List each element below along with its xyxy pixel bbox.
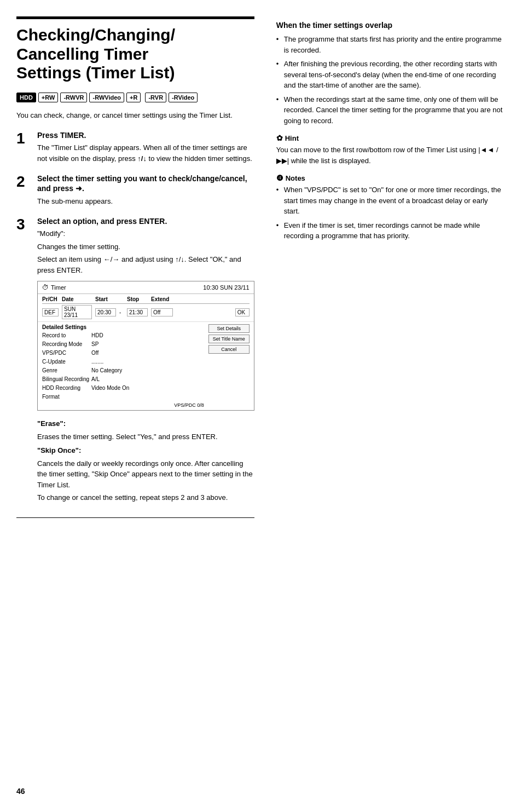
badge-rwvideo: -RWVideo: [89, 93, 124, 102]
timer-header-label: Timer: [51, 284, 66, 291]
ds-row-3: C-Update ........: [42, 358, 204, 366]
step-2-title: Select the timer setting you want to che…: [37, 174, 254, 193]
overlap-heading: When the timer settings overlap: [276, 21, 506, 30]
notes-bullet-0: When "VPS/PDC" is set to "On" for one or…: [276, 185, 506, 217]
set-details-button[interactable]: Set Details: [208, 324, 250, 333]
badge-rvr: -RVR: [145, 93, 166, 102]
ds-value-0: HDD: [91, 331, 204, 340]
step-2-number: 2: [16, 174, 33, 191]
notes-title: ❹ Notes: [276, 174, 506, 182]
hint-text: You can move to the first row/bottom row…: [276, 145, 506, 166]
ds-row-2: VPS/PDC Off: [42, 349, 204, 358]
ds-value-3: ........: [91, 358, 204, 366]
timer-header-right: 10:30 SUN 23/11: [203, 284, 249, 291]
ds-vpspdc: VPS/PDC 0/8: [42, 401, 204, 408]
timer-cell-prch: DEF: [42, 308, 59, 316]
step-3-body: "Modify": Changes the timer setting. Sel…: [37, 228, 254, 275]
overlap-bullet-1: After finishing the previous recording, …: [276, 59, 506, 91]
hint-section: ✿ Hint You can move to the first row/bot…: [276, 134, 506, 166]
col-header-prch: Pr/CH: [42, 296, 59, 302]
col-header-ok: [235, 296, 250, 302]
badge-hdd: HDD: [16, 93, 36, 102]
step-2-body: The sub-menu appears.: [37, 196, 254, 207]
ds-row-1: Recording Mode SP: [42, 340, 204, 349]
step-1-body: The "Timer List" display appears. When a…: [37, 142, 254, 164]
timer-table-area: Pr/CH Date Start Stop Extend DEF: [38, 294, 254, 322]
notes-list: When "VPS/PDC" is set to "On" for one or…: [276, 185, 506, 241]
intro-text: You can check, change, or cancel timer s…: [16, 110, 254, 121]
ds-label-2: VPS/PDC: [42, 349, 91, 358]
ds-row-5: Bilingual Recording A/L: [42, 375, 204, 384]
timer-sep: -: [119, 309, 124, 315]
notes-bullet-1: Even if the timer is set, timer recordin…: [276, 220, 506, 241]
hint-title: ✿ Hint: [276, 134, 506, 142]
timer-columns: Pr/CH Date Start Stop Extend: [42, 296, 250, 304]
top-border: [16, 16, 254, 19]
col-header-start: Start: [95, 296, 116, 302]
ds-buttons: Set Details Set Title Name Cancel: [208, 324, 250, 408]
overlap-bullet-2: When the recordings start at the same ti…: [276, 94, 506, 126]
ds-label-6: HDD Recording Format: [42, 384, 91, 401]
col-header-extend: Extend: [151, 296, 173, 302]
set-title-name-button[interactable]: Set Title Name: [208, 335, 250, 343]
col-header-date: Date: [62, 296, 92, 302]
notes-icon: ❹: [276, 174, 283, 182]
badge-rvideo: -RVideo: [169, 93, 198, 102]
badge-rwvr: -RWVR: [60, 93, 87, 102]
ds-label-0: Record to: [42, 331, 91, 340]
ds-label-4: Genre: [42, 366, 91, 375]
step-1: 1 Press TIMER. The "Timer List" display …: [16, 130, 254, 166]
timer-header-left: ⏱ Timer: [42, 284, 66, 291]
timer-cell-stop: 21:30: [127, 308, 148, 316]
ds-value-6: Video Mode On: [91, 384, 204, 401]
bottom-divider: [16, 517, 254, 518]
ds-row-0: Record to HDD: [42, 331, 204, 340]
timer-header: ⏱ Timer 10:30 SUN 23/11: [38, 281, 254, 294]
ds-value-5: A/L: [91, 375, 204, 384]
page-title: Checking/Changing/ Cancelling Timer Sett…: [16, 26, 254, 83]
timer-cell-ok: OK: [235, 308, 250, 316]
overlap-bullet-0: The programme that starts first has prio…: [276, 34, 506, 55]
badges-row: HDD +RW -RWVR -RWVideo +R -RVR -RVideo: [16, 93, 254, 102]
timer-cell-start: 20:30: [95, 308, 116, 316]
timer-icon: ⏱: [42, 284, 49, 291]
step-3-number: 3: [16, 216, 33, 233]
ds-label-1: Recording Mode: [42, 340, 91, 349]
ds-value-2: Off: [91, 349, 204, 358]
ds-label-3: C-Update: [42, 358, 91, 366]
ds-row-4: Genre No Category: [42, 366, 204, 375]
ds-label-5: Bilingual Recording: [42, 375, 91, 384]
badge-rw-plus: +RW: [38, 93, 59, 102]
ds-section-title: Detailed Settings: [42, 324, 204, 330]
ds-left: Detailed Settings Record to HDD Recordin…: [42, 324, 204, 408]
erase-section: "Erase": Erases the timer setting. Selec…: [37, 418, 254, 442]
hint-icon: ✿: [276, 134, 283, 142]
timer-widget: ⏱ Timer 10:30 SUN 23/11 Pr/CH Date Start: [37, 281, 254, 411]
notes-section: ❹ Notes When "VPS/PDC" is set to "On" fo…: [276, 174, 506, 241]
col-header-sep: [119, 296, 124, 302]
detailed-settings-area: Detailed Settings Record to HDD Recordin…: [38, 322, 254, 410]
timer-cell-date: SUN 23/11: [62, 305, 92, 319]
timer-data-row: DEF SUN 23/11 20:30 - 21:30 Off OK: [42, 305, 250, 319]
page-number: 46: [16, 787, 25, 796]
overlap-list: The programme that starts first has prio…: [276, 34, 506, 126]
timer-cell-extend: Off: [151, 308, 173, 316]
step-1-number: 1: [16, 130, 33, 147]
col-header-spacer: [176, 296, 232, 302]
step-1-title: Press TIMER.: [37, 130, 254, 140]
cancel-button[interactable]: Cancel: [208, 345, 250, 354]
ds-value-4: No Category: [91, 366, 204, 375]
step-2: 2 Select the timer setting you want to c…: [16, 174, 254, 209]
col-header-stop: Stop: [127, 296, 148, 302]
ds-row-6: HDD Recording Format Video Mode On: [42, 384, 204, 401]
step-3-title: Select an option, and press ENTER.: [37, 216, 254, 226]
skip-once-section: "Skip Once": Cancels the daily or weekly…: [37, 445, 254, 503]
badge-r-plus: +R: [126, 93, 141, 102]
ds-value-1: SP: [91, 340, 204, 349]
step-3: 3 Select an option, and press ENTER. "Mo…: [16, 216, 254, 506]
